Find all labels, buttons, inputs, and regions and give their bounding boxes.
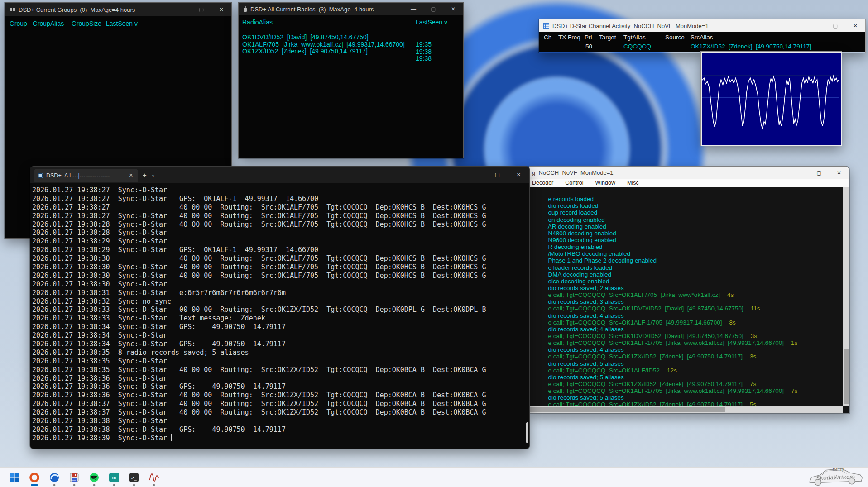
col-source[interactable]: Source (665, 34, 685, 41)
channel-activity-body: Ch TX Freq Pri Target TgtAlias Source Sr… (539, 32, 865, 52)
close-button[interactable]: ✕ (845, 19, 865, 32)
terminal-line: 2026.01.27 19:38:30 Sync:-D-Star 40 00 0… (32, 272, 529, 280)
menu-decoder[interactable]: Decoder (532, 180, 553, 186)
radio-row[interactable]: OK1DVD/ID52 [David] [49.87450,14.67750] … (239, 26, 463, 33)
minimize-button[interactable]: — (403, 3, 423, 15)
log-line: e records loaded (531, 189, 849, 196)
col-radioalias[interactable]: RadioAlias (242, 19, 273, 26)
menu-misc[interactable]: Misc (627, 180, 639, 186)
radio-row[interactable]: OK1ZX/ID52 [Zdenek] [49.90750,14.79117] … (239, 40, 463, 48)
blue-orb-icon (48, 472, 60, 483)
new-tab-button[interactable]: + (143, 171, 147, 179)
all-radios-body: RadioAlias LastSeen v OK1DVD/ID52 [David… (239, 15, 463, 158)
col-groupsize[interactable]: GroupSize (72, 20, 101, 27)
event-log-titlebar[interactable]: g NoCCH NoVF MonMode=1 — ▢ ✕ (529, 167, 849, 179)
close-button[interactable]: ✕ (443, 3, 463, 15)
close-button[interactable]: ✕ (211, 3, 231, 16)
minimize-button[interactable]: — (172, 3, 192, 16)
window-title: DSD+ D-Star Channel Activity NoCCH NoVF … (552, 23, 806, 29)
taskbar: ∞ >_ (0, 467, 868, 487)
windows-logo-icon (9, 472, 20, 483)
taskbar-item-audio-waveform[interactable] (145, 468, 163, 487)
terminal-scrollbar[interactable] (526, 422, 528, 443)
all-radios-titlebar[interactable]: DSD+ All Current Radios (3) MaxAge=4 hou… (239, 3, 463, 15)
terminal-line: 2026.01.27 19:38:27 40 00 00 Routing: Sr… (32, 203, 529, 212)
terminal-line: 2026.01.27 19:38:35 8 radio records save… (32, 349, 529, 357)
terminal-line: 2026.01.27 19:38:34 Sync:-D-Star (32, 331, 529, 340)
maximize-button[interactable]: ▢ (487, 167, 508, 183)
radio-window-icon (243, 6, 247, 12)
maximize-button[interactable]: ▢ (825, 19, 845, 32)
tab-close-icon[interactable]: ✕ (127, 172, 135, 179)
taskbar-item-spotify[interactable] (85, 468, 103, 487)
terminal-line: 2026.01.27 19:38:28 Sync:-D-Star (32, 229, 529, 237)
terminal-line: 2026.01.27 19:38:30 Sync:-D-Star (32, 280, 529, 289)
activity-tgtalias: CQCQCQ (623, 43, 651, 50)
terminal-line: 2026.01.27 19:38:38 Sync:-D-Star GPS: 49… (32, 425, 529, 434)
waveform-plot (702, 53, 839, 143)
taskbar-item-infinity-app[interactable]: ∞ (105, 468, 123, 487)
terminal-icon: >_ (128, 472, 140, 483)
col-groupalias[interactable]: GroupAlias (33, 20, 64, 27)
radio-row[interactable]: OK1ALF/705 [Jirka_www.ok1alf.cz] [49.993… (239, 33, 463, 41)
terminal-line: 2026.01.27 19:38:33 Sync:-D-Star Text me… (32, 314, 529, 323)
start-button[interactable] (5, 468, 24, 487)
maximize-button[interactable]: ▢ (192, 3, 211, 16)
menu-window[interactable]: Window (595, 180, 615, 186)
maximize-button[interactable]: ▢ (809, 167, 829, 179)
taskbar-item-blue-orb[interactable] (45, 468, 63, 487)
window-title-fragment: g NoCCH NoVF MonMode=1 (529, 169, 789, 176)
watermark-logo: SkodaWrikers (806, 463, 865, 487)
event-log-menubar: Decoder Control Window Misc (529, 179, 849, 187)
svg-text:∞: ∞ (112, 474, 117, 481)
minimize-button[interactable]: — (465, 167, 487, 183)
col-target[interactable]: Target (599, 34, 616, 41)
terminal-tab[interactable]: DSD+ A I ---|---------------- ✕ (34, 169, 138, 182)
channel-activity-titlebar[interactable]: DSD+ D-Star Channel Activity NoCCH NoVF … (539, 19, 865, 32)
minimize-button[interactable]: — (806, 19, 825, 32)
col-srcalias[interactable]: SrcAlias (691, 34, 713, 41)
col-ch[interactable]: Ch (544, 34, 551, 41)
floppy-icon (68, 472, 80, 483)
col-pri[interactable]: Pri (585, 34, 592, 41)
current-groups-titlebar[interactable]: DSD+ Current Groups (0) MaxAge=4 hours —… (5, 3, 231, 16)
col-lastseen[interactable]: LastSeen v (416, 19, 447, 26)
col-lastseen[interactable]: LastSeen v (106, 20, 138, 27)
terminal-line: 2026.01.27 19:38:31 Sync:-D-Star e:6r5r7… (32, 289, 529, 297)
horizontal-scrollbar[interactable] (529, 406, 843, 413)
groups-window-icon (9, 7, 15, 12)
activity-srcalias: OK1ZX/ID52 [Zdenek] [49.90750,14.79117] (691, 43, 811, 50)
terminal-line: 2026.01.27 19:38:33 Sync:-D-Star 00 00 0… (32, 306, 529, 314)
terminal-line: 2026.01.27 19:38:30 40 00 00 Routing: Sr… (32, 254, 529, 263)
terminal-body[interactable]: 2026.01.27 19:38:27 Sync:-D-Star 2026.01… (30, 183, 529, 449)
terminal-line: 2026.01.27 19:38:38 Sync:-D-Star (32, 417, 529, 425)
terminal-line: 2026.01.27 19:38:28 Sync:-D-Star 40 00 0… (32, 220, 529, 229)
close-button[interactable]: ✕ (829, 167, 849, 179)
taskbar-item-floppy[interactable] (65, 468, 83, 487)
terminal-line: 2026.01.27 19:38:29 Sync:-D-Star (32, 237, 529, 246)
vertical-scrollbar[interactable] (843, 187, 849, 406)
maximize-button[interactable]: ▢ (423, 3, 443, 15)
terminal-line: 2026.01.27 19:38:36 Sync:-D-Star (32, 374, 529, 383)
window-all-radios: DSD+ All Current Radios (3) MaxAge=4 hou… (238, 2, 464, 158)
taskbar-item-dsd-app[interactable] (25, 468, 43, 487)
tab-dropdown-icon[interactable]: ⌄ (151, 172, 155, 178)
minimize-button[interactable]: — (789, 167, 809, 179)
terminal-line: 2026.01.27 19:38:36 Sync:-D-Star GPS: 49… (32, 382, 529, 391)
menu-control[interactable]: Control (565, 180, 583, 186)
close-button[interactable]: ✕ (508, 167, 529, 183)
col-tgtalias[interactable]: TgtAlias (623, 34, 646, 41)
desktop: DSD+ Current Groups (0) MaxAge=4 hours —… (0, 0, 868, 487)
terminal-line: 2026.01.27 19:38:35 Sync:-D-Star (32, 357, 529, 366)
taskbar-item-windows-terminal[interactable]: >_ (125, 468, 143, 487)
terminal-line: 2026.01.27 19:38:35 Sync:-D-Star 40 00 0… (32, 366, 529, 374)
activity-pri: 50 (585, 43, 592, 50)
event-log-body[interactable]: e records loaded dio records loaded oup … (529, 187, 849, 408)
col-group[interactable]: Group (10, 20, 27, 27)
terminal-line: 2026.01.27 19:38:37 Sync:-D-Star 40 00 0… (32, 400, 529, 408)
terminal-line: 2026.01.27 19:38:39 Sync:-D-Star (32, 434, 529, 443)
col-txfreq[interactable]: TX Freq (558, 34, 580, 41)
terminal-titlebar[interactable]: DSD+ A I ---|---------------- ✕ + ⌄ — ▢ … (30, 167, 529, 183)
terminal-line: 2026.01.27 19:38:32 Sync: no sync (32, 297, 529, 306)
signal-scope-window (701, 52, 842, 146)
